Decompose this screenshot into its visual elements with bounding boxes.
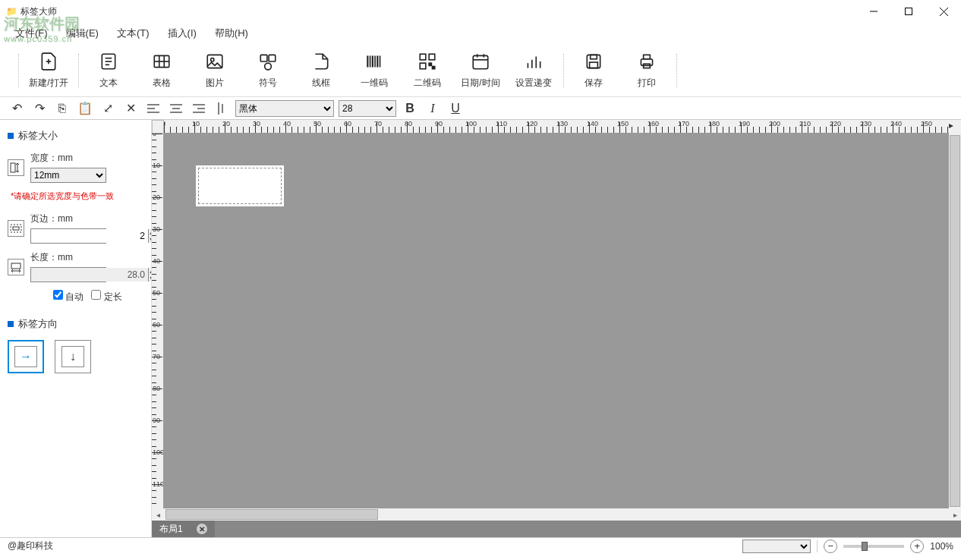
cut-button[interactable]: ⤢	[99, 99, 117, 118]
toolbar-divider	[563, 54, 564, 87]
zoom-slider-thumb[interactable]	[862, 542, 868, 551]
orient-horizontal-button[interactable]: →	[8, 340, 44, 373]
margin-spinner[interactable]: ▲▼	[30, 228, 106, 244]
table-button[interactable]: 表格	[135, 49, 188, 92]
vertical-scrollbar[interactable]	[949, 134, 961, 508]
save-icon	[584, 51, 603, 72]
width-icon	[8, 159, 24, 176]
image-button[interactable]: 图片	[188, 49, 241, 92]
zoom-select[interactable]	[742, 540, 811, 553]
length-spinner[interactable]: ▲▼	[30, 267, 106, 282]
svg-rect-39	[591, 55, 597, 58]
svg-point-18	[265, 63, 272, 70]
width-row: 宽度：mm 12mm	[8, 152, 143, 183]
label-design-area[interactable]	[198, 168, 282, 204]
underline-button[interactable]: U	[446, 99, 465, 118]
increment-button[interactable]: 设置递变	[507, 49, 560, 92]
align-left-button[interactable]	[144, 99, 162, 118]
fontsize-select[interactable]: 28	[339, 100, 396, 117]
print-button[interactable]: 打印	[620, 49, 673, 92]
vertical-text-button[interactable]	[213, 99, 231, 118]
datetime-icon	[471, 51, 490, 72]
ruler-corner	[152, 120, 164, 134]
svg-point-15	[211, 58, 214, 61]
delete-button[interactable]: ✕	[121, 99, 140, 118]
barcode1d-button[interactable]: 一维码	[348, 49, 401, 92]
undo-button[interactable]: ↶	[8, 99, 26, 118]
svg-rect-58	[13, 227, 19, 230]
menu-bar: 文件(F) 编辑(E) 文本(T) 插入(I) 帮助(H)	[0, 23, 961, 44]
align-center-button[interactable]	[167, 99, 185, 118]
orient-vertical-button[interactable]: ↓	[55, 340, 91, 373]
increment-label: 设置递变	[515, 77, 552, 90]
menu-edit[interactable]: 编辑(E)	[57, 24, 108, 43]
minimize-button[interactable]	[856, 0, 891, 23]
menu-help[interactable]: 帮助(H)	[206, 24, 257, 43]
width-select[interactable]: 12mm	[30, 168, 106, 183]
margin-input[interactable]	[31, 229, 148, 243]
menu-insert[interactable]: 插入(I)	[159, 24, 206, 43]
svg-rect-1	[906, 8, 912, 15]
layout-tabs: 布局1 ✕	[152, 521, 961, 537]
paste-button[interactable]: 📋	[76, 99, 94, 118]
svg-rect-25	[420, 54, 426, 60]
save-label: 保存	[584, 77, 603, 90]
horizontal-scrollbar[interactable]: ◂ ▸	[152, 508, 961, 521]
toolbar-divider	[78, 54, 79, 87]
zoom-controls: − + 100%	[742, 540, 953, 553]
margin-icon	[8, 220, 24, 237]
auto-checkbox[interactable]: 自动	[53, 290, 83, 304]
canvas-main: 0102030405060708090100110120	[152, 134, 961, 508]
italic-button[interactable]: I	[424, 99, 442, 118]
zoom-out-button[interactable]: −	[824, 540, 837, 553]
font-select[interactable]: 黑体	[235, 100, 334, 117]
layout-tab[interactable]: 布局1 ✕	[152, 521, 215, 537]
new-open-button[interactable]: 新建/打开	[22, 49, 75, 92]
zoom-in-button[interactable]: +	[910, 540, 924, 553]
canvas-viewport[interactable]	[164, 134, 961, 508]
datetime-button[interactable]: 日期/时间	[454, 49, 507, 92]
barcode2d-icon	[417, 51, 437, 72]
close-button[interactable]	[926, 0, 961, 23]
length-label: 长度：mm	[30, 251, 143, 264]
maximize-button[interactable]	[891, 0, 926, 23]
length-mode-row: 自动 定长	[53, 290, 143, 304]
menu-text[interactable]: 文本(T)	[108, 24, 159, 43]
text-label: 文本	[99, 77, 118, 90]
window-buttons	[856, 0, 961, 23]
properties-sidebar: 标签大小 宽度：mm 12mm *请确定所选宽度与色带一致 页边：mm ▲▼ 长…	[0, 120, 152, 537]
barcode2d-button[interactable]: 二维码	[401, 49, 454, 92]
image-label: 图片	[206, 77, 224, 90]
text-button[interactable]: 文本	[82, 49, 135, 92]
fixed-checkbox[interactable]: 定长	[91, 290, 121, 304]
save-button[interactable]: 保存	[567, 49, 620, 92]
redo-button[interactable]: ↷	[30, 99, 49, 118]
menu-file[interactable]: 文件(F)	[6, 24, 57, 43]
svg-rect-57	[11, 225, 21, 232]
label-orient-section: 标签方向	[8, 317, 143, 331]
hscroll-right[interactable]: ▸	[949, 511, 961, 519]
zoom-slider[interactable]	[843, 545, 904, 548]
tab-close-button[interactable]: ✕	[197, 524, 207, 534]
hscroll-left[interactable]: ◂	[152, 511, 164, 519]
svg-rect-42	[644, 55, 651, 58]
window-title: 📁 标签大师	[6, 5, 57, 18]
align-right-button[interactable]	[190, 99, 208, 118]
length-icon	[8, 259, 24, 275]
symbol-button[interactable]: 符号	[241, 49, 295, 92]
copy-button[interactable]: ⎘	[53, 99, 71, 118]
hscroll-thumb[interactable]	[165, 509, 378, 520]
ruler-right-arrow[interactable]: ▸	[949, 120, 961, 134]
format-bar: ↶ ↷ ⎘ 📋 ⤢ ✕ 黑体 28 B I U	[0, 97, 961, 120]
section-bullet-icon	[8, 133, 14, 139]
symbol-label: 符号	[259, 77, 277, 90]
barcode1d-label: 一维码	[361, 77, 388, 90]
svg-rect-30	[473, 55, 488, 68]
frame-button[interactable]: 线框	[295, 49, 348, 92]
symbol-icon	[258, 51, 278, 72]
bold-button[interactable]: B	[401, 99, 419, 118]
folder-icon: 📁	[6, 6, 17, 17]
vscroll-thumb[interactable]	[950, 135, 960, 507]
ruler-horizontal: 0102030405060708090100110120130140150160…	[164, 120, 949, 134]
ruler-row: 0102030405060708090100110120130140150160…	[152, 120, 961, 134]
